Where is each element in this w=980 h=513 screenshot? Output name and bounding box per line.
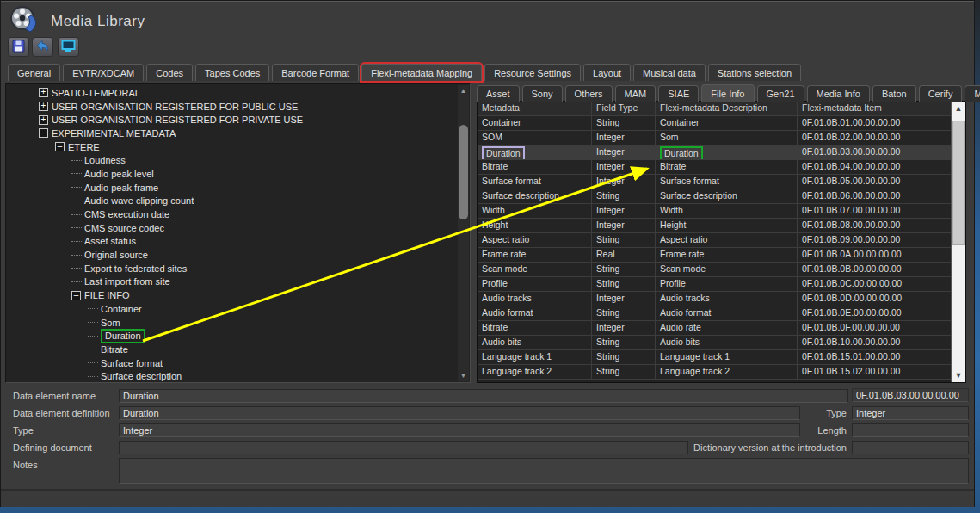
tree-item-loudness[interactable]: Loudness bbox=[6, 153, 457, 167]
expand-icon[interactable]: + bbox=[39, 88, 48, 97]
tree-item-etere[interactable]: –ETERE bbox=[6, 140, 457, 154]
tab-evtr-xdcam[interactable]: EVTR/XDCAM bbox=[63, 64, 144, 81]
table-row-container[interactable]: ContainerStringContainer0F.01.0B.01.00.0… bbox=[478, 116, 965, 131]
table-row-height[interactable]: HeightIntegerHeight0F.01.0B.08.00.00.00.… bbox=[478, 219, 965, 233]
tree-item-surface-description[interactable]: Surface description bbox=[6, 369, 457, 383]
save-button[interactable] bbox=[8, 37, 29, 57]
tab-stations-selection[interactable]: Stations selection bbox=[708, 64, 801, 81]
tree-item-spatio-temporal[interactable]: +SPATIO-TEMPORAL bbox=[6, 86, 457, 100]
tree-item-duration[interactable]: Duration bbox=[6, 329, 457, 343]
tree-item-label: Last import from site bbox=[84, 276, 170, 287]
data-element-name-field[interactable] bbox=[119, 389, 848, 403]
tab-general[interactable]: General bbox=[8, 64, 60, 81]
tree-connector bbox=[71, 214, 82, 215]
length-field[interactable] bbox=[852, 423, 969, 437]
column-header-flexi-metadata-description[interactable]: Flexi-metadata Description bbox=[656, 102, 798, 116]
subtab-medusa[interactable]: Medusa bbox=[965, 85, 980, 102]
monitor-button[interactable] bbox=[58, 37, 79, 57]
type-right-field[interactable] bbox=[852, 406, 969, 420]
tree-item-audio-wave-clipping-count[interactable]: Audio wave clipping count bbox=[6, 195, 457, 208]
subtab-asset[interactable]: Asset bbox=[477, 85, 520, 102]
scroll-up-icon[interactable]: ▲ bbox=[458, 85, 469, 96]
table-row-audio-tracks[interactable]: Audio tracksIntegerAudio tracks0F.01.0B.… bbox=[478, 292, 965, 306]
tree-item-container[interactable]: Container bbox=[6, 302, 457, 316]
subtab-cerify[interactable]: Cerify bbox=[919, 85, 963, 102]
cell-metadata: Profile bbox=[478, 277, 592, 292]
subtab-others[interactable]: Others bbox=[565, 85, 613, 102]
table-row-width[interactable]: WidthIntegerWidth0F.01.0B.07.00.00.00.00 bbox=[478, 204, 965, 219]
tab-codes[interactable]: Codes bbox=[146, 64, 193, 81]
tab-flexi-metadata-mapping[interactable]: Flexi-metadata Mapping bbox=[361, 64, 482, 81]
column-header-flexi-metadata-item[interactable]: Flexi-metadata Item bbox=[798, 102, 952, 116]
cell-flexi-metadata-description: Width bbox=[656, 204, 798, 219]
cell-flexi-metadata-item: 0F.01.0B.09.00.00.00.00 bbox=[798, 233, 952, 248]
tree-item-surface-format[interactable]: Surface format bbox=[6, 356, 457, 370]
tree-item-audio-peak-level[interactable]: Audio peak level bbox=[6, 167, 457, 181]
tree-item-last-import-from-site[interactable]: Last import from site bbox=[6, 275, 457, 289]
subtab-siae[interactable]: SIAE bbox=[658, 85, 699, 102]
table-row-audio-bits[interactable]: Audio bitsStringAudio bits0F.01.0B.10.00… bbox=[478, 336, 965, 350]
cell-flexi-metadata-item: 0F.01.0B.0D.00.00.00.00 bbox=[798, 292, 952, 306]
undo-button[interactable] bbox=[32, 37, 53, 57]
cell-flexi-metadata-description: Height bbox=[656, 219, 798, 233]
subtab-sony[interactable]: Sony bbox=[522, 85, 563, 102]
expand-icon[interactable]: + bbox=[39, 115, 48, 125]
table-row-surface-description[interactable]: Surface descriptionStringSurface descrip… bbox=[478, 189, 965, 204]
tree-item-cms-source-codec[interactable]: CMS source codec bbox=[6, 221, 457, 235]
table-row-frame-rate[interactable]: Frame rateRealFrame rate0F.01.0B.0A.00.0… bbox=[478, 248, 965, 263]
table-row-audio-format[interactable]: Audio formatStringAudio format0F.01.0B.0… bbox=[478, 306, 965, 321]
tab-musical-data[interactable]: Musical data bbox=[633, 64, 706, 81]
tree-item-bitrate[interactable]: Bitrate bbox=[6, 343, 457, 356]
collapse-icon[interactable]: – bbox=[39, 128, 48, 138]
collapse-icon[interactable]: – bbox=[71, 291, 81, 300]
table-row-duration[interactable]: DurationIntegerDuration0F.01.0B.03.00.00… bbox=[478, 145, 965, 160]
cell-flexi-metadata-item: 0F.01.0B.02.00.00.00.00 bbox=[798, 131, 952, 145]
column-header-metadata[interactable]: Metadata bbox=[478, 102, 592, 116]
notes-field[interactable] bbox=[119, 458, 969, 484]
scroll-down-icon[interactable]: ▼ bbox=[458, 370, 469, 381]
subtab-media-info[interactable]: Media Info bbox=[807, 85, 870, 102]
tree-item-cms-execution-date[interactable]: CMS execution date bbox=[6, 207, 457, 221]
cell-flexi-metadata-item: 0F.01.0B.01.00.00.00.00 bbox=[798, 116, 952, 131]
subtab-file-info[interactable]: File Info bbox=[701, 84, 754, 102]
table-scrollbar-thumb[interactable] bbox=[952, 121, 965, 245]
subtab-gen21[interactable]: Gen21 bbox=[757, 85, 804, 102]
table-row-language-track-1[interactable]: Language track 1StringLanguage track 10F… bbox=[478, 350, 965, 365]
tree-item-file-info[interactable]: –FILE INFO bbox=[6, 288, 457, 302]
table-row-som[interactable]: SOMIntegerSom0F.01.0B.02.00.00.00.00 bbox=[478, 131, 965, 145]
table-row-profile[interactable]: ProfileStringProfile0F.01.0B.0C.00.00.00… bbox=[478, 277, 965, 292]
expand-icon[interactable]: + bbox=[39, 102, 48, 111]
tab-layout[interactable]: Layout bbox=[583, 64, 631, 81]
collapse-icon[interactable]: – bbox=[55, 142, 65, 151]
tab-barcode-format[interactable]: Barcode Format bbox=[272, 64, 359, 81]
tab-resource-settings[interactable]: Resource Settings bbox=[484, 64, 581, 81]
table-row-scan-mode[interactable]: Scan modeStringScan mode0F.01.0B.0B.00.0… bbox=[478, 263, 965, 277]
tree-item-audio-peak-frame[interactable]: Audio peak frame bbox=[6, 181, 457, 195]
tree-scrollbar-thumb[interactable] bbox=[459, 125, 468, 219]
table-row-bitrate[interactable]: BitrateIntegerAudio rate0F.01.0B.0F.00.0… bbox=[478, 321, 965, 336]
table-row-surface-format[interactable]: Surface formatIntegerSurface format0F.01… bbox=[478, 175, 965, 189]
table-row-aspect-ratio[interactable]: Aspect ratioStringAspect ratio0F.01.0B.0… bbox=[478, 233, 965, 248]
dictionary-version-field[interactable] bbox=[852, 441, 969, 454]
tree-item-asset-status[interactable]: Asset status bbox=[6, 235, 457, 249]
column-header-field-type[interactable]: Field Type bbox=[592, 102, 656, 116]
table-row-bitrate[interactable]: BitrateIntegerBitrate0F.01.0B.04.00.00.0… bbox=[478, 160, 965, 175]
tree-item-user-organisation-registered-for-private-use[interactable]: +USER ORGANISATION REGISTERED FOR PRIVAT… bbox=[6, 113, 457, 127]
tab-tapes-codes[interactable]: Tapes Codes bbox=[195, 64, 269, 81]
cell-flexi-metadata-item: 0F.01.0B.15.01.00.00.00 bbox=[798, 350, 952, 365]
table-scrollbar[interactable]: ▲ ▼ bbox=[951, 102, 965, 382]
subtab-mam[interactable]: MAM bbox=[615, 85, 656, 102]
tree-item-som[interactable]: Som bbox=[6, 316, 457, 330]
cell-field-type: String bbox=[592, 350, 656, 365]
scroll-down-icon[interactable]: ▼ bbox=[952, 368, 965, 382]
subtab-baton[interactable]: Baton bbox=[872, 85, 916, 102]
tree-item-export-to-federated-sites[interactable]: Export to federated sites bbox=[6, 262, 457, 275]
table-row-language-track-2[interactable]: Language track 2StringLanguage track 20F… bbox=[478, 365, 965, 380]
data-element-definition-field[interactable] bbox=[119, 406, 800, 420]
tree-item-experimental-metadata[interactable]: –EXPERIMENTAL METADATA bbox=[6, 127, 457, 140]
scroll-up-icon[interactable]: ▲ bbox=[952, 102, 965, 115]
tree-item-user-organisation-registered-for-public-use[interactable]: +USER ORGANISATION REGISTERED FOR PUBLIC… bbox=[6, 100, 457, 114]
tree-scrollbar[interactable]: ▲ ▼ bbox=[458, 85, 469, 381]
tree-item-original-source[interactable]: Original source bbox=[6, 248, 457, 262]
type-field[interactable] bbox=[119, 423, 800, 437]
